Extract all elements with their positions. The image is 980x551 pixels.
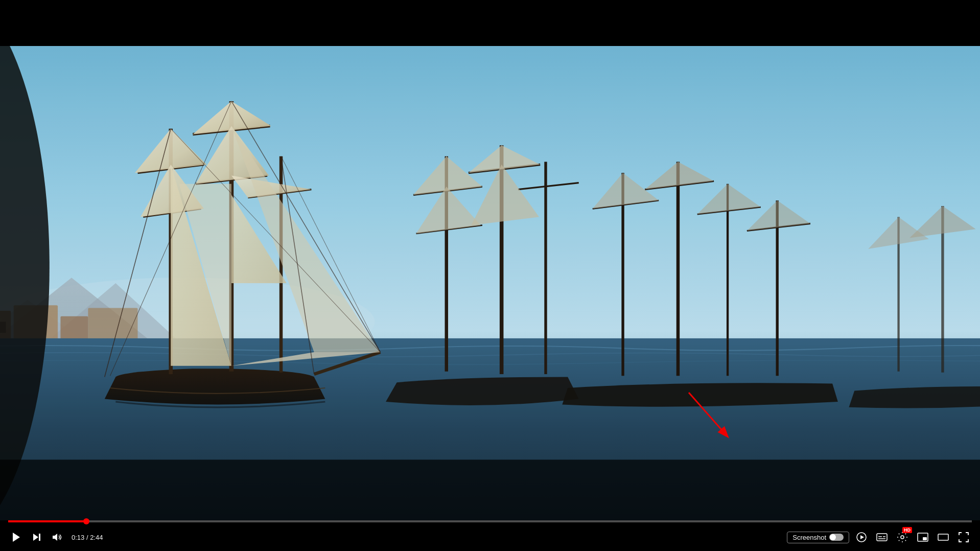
- next-icon: [31, 531, 43, 543]
- progress-thumb: [83, 518, 89, 524]
- time-display: 0:13 / 2:44: [72, 534, 103, 541]
- volume-icon: [51, 531, 63, 543]
- next-button[interactable]: [29, 529, 45, 545]
- ships-svg: [0, 46, 980, 520]
- svg-rect-67: [0, 46, 980, 520]
- miniplayer-icon: [917, 531, 929, 543]
- screenshot-toggle[interactable]: [829, 534, 844, 541]
- svg-marker-76: [860, 535, 864, 539]
- controls-row: 0:13 / 2:44 Screenshot: [8, 526, 972, 551]
- svg-marker-74: [53, 534, 57, 541]
- svg-marker-72: [33, 534, 38, 541]
- svg-rect-84: [938, 534, 948, 540]
- volume-button[interactable]: [49, 529, 65, 545]
- autoplay-icon: [855, 531, 868, 543]
- captions-button[interactable]: [874, 529, 890, 545]
- controls-bar: 0:13 / 2:44 Screenshot: [0, 520, 980, 551]
- hd-badge: HD: [902, 527, 912, 533]
- play-icon: [10, 531, 22, 543]
- fullscreen-icon: [958, 531, 970, 543]
- progress-bar[interactable]: [8, 520, 972, 522]
- svg-rect-77: [877, 534, 887, 541]
- controls-left: 0:13 / 2:44: [8, 529, 103, 545]
- video-player: 0:13 / 2:44 Screenshot: [0, 0, 980, 551]
- theater-icon: [937, 531, 949, 543]
- captions-icon: [876, 531, 888, 543]
- settings-button-wrap: HD: [894, 529, 911, 545]
- speed-button[interactable]: [853, 529, 870, 545]
- controls-right: Screenshot: [787, 529, 972, 545]
- play-button[interactable]: [8, 529, 25, 545]
- video-frame[interactable]: [0, 46, 980, 520]
- svg-rect-73: [39, 534, 40, 541]
- screenshot-label: Screenshot: [792, 534, 826, 541]
- fullscreen-button[interactable]: [955, 529, 972, 545]
- miniplayer-button[interactable]: [915, 529, 931, 545]
- theater-button[interactable]: [935, 529, 951, 545]
- progress-filled: [8, 520, 86, 522]
- toggle-knob: [830, 534, 836, 540]
- svg-rect-68: [0, 460, 980, 520]
- video-scene: [0, 46, 980, 520]
- svg-point-81: [901, 536, 904, 539]
- svg-rect-83: [923, 537, 927, 540]
- top-letterbox: [0, 0, 980, 46]
- screenshot-button[interactable]: Screenshot: [787, 532, 849, 543]
- svg-marker-71: [13, 533, 20, 542]
